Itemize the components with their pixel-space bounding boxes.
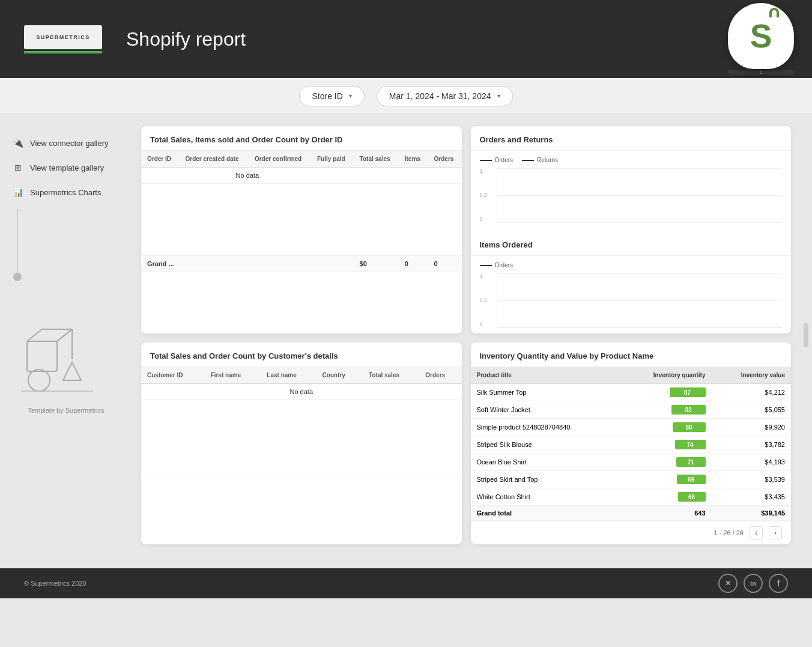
pagination: 1 - 26 / 26 ‹ › <box>471 521 792 544</box>
table2-no-data: No data <box>141 384 462 400</box>
inv-product-name: Ocean Blue Shirt <box>471 454 621 471</box>
sidebar-item-connector-gallery[interactable]: 🔌 View connector gallery <box>9 132 123 154</box>
inv-table: Product title Inventory quantity Invento… <box>471 367 792 521</box>
footer-social-icons: ✕ in f <box>718 574 788 593</box>
svg-line-5 <box>57 329 72 341</box>
right-scrollbar[interactable] <box>804 323 808 347</box>
table1-title: Total Sales, Items sold and Order Count … <box>141 126 462 151</box>
inv-card: Inventory Quantity and Value by Product … <box>471 342 792 544</box>
content-area: Total Sales, Items sold and Order Count … <box>132 120 800 550</box>
col-total-sales: Total sales <box>354 151 399 168</box>
chart2-grid <box>497 273 783 327</box>
filter-bar: Store ID ▾ Mar 1, 2024 - Mar 31, 2024 ▾ <box>0 78 812 114</box>
inv-title: Inventory Quantity and Value by Product … <box>471 342 792 367</box>
table1-grand-sales: $0 <box>354 256 399 272</box>
col2-first-name: First name <box>205 367 261 384</box>
inv-grand-label: Grand total <box>471 506 621 521</box>
next-page-btn[interactable]: › <box>769 526 782 539</box>
header: SUPERMETRICS Shopify report S ≡ <box>0 0 812 78</box>
inv-qty-cell: 87 <box>620 384 711 401</box>
sidebar-illustration <box>9 317 123 404</box>
table1-grand-orders: 0 <box>428 256 462 272</box>
inv-product-name: White Cotton Shirt <box>471 488 621 506</box>
inv-value: $3,539 <box>712 471 791 488</box>
main-content: 🔌 View connector gallery ⊞ View template… <box>0 114 812 556</box>
sidebar-decoration <box>14 209 123 281</box>
chart1-svg <box>497 168 783 222</box>
inv-bar: 87 <box>670 387 706 397</box>
logo-text: SUPERMETRICS <box>36 34 90 40</box>
inv-bar: 69 <box>677 475 706 484</box>
right-scroll-area <box>800 120 812 550</box>
chart1-area: Orders Returns 1 0.5 0 <box>471 151 792 228</box>
inv-qty-cell: 66 <box>620 488 711 506</box>
table2-card: Total Sales and Order Count by Customer'… <box>141 342 462 544</box>
chart2-legend: Orders <box>480 262 783 269</box>
footer: © Supermetrics 2020 ✕ in f <box>0 568 812 598</box>
template-icon: ⊞ <box>12 162 24 174</box>
col-order-id: Order ID <box>141 151 180 168</box>
table2-title: Total Sales and Order Count by Customer'… <box>141 342 462 367</box>
inv-product-name: Simple product 5248028704840 <box>471 419 621 436</box>
linkedin-icon[interactable]: in <box>744 574 763 593</box>
inv-bar: 80 <box>673 422 706 432</box>
inv-qty-cell: 80 <box>620 419 711 436</box>
page-title: Shopify report <box>126 28 246 50</box>
inv-value: $9,920 <box>712 419 791 436</box>
svg-marker-7 <box>63 362 81 380</box>
inv-col-qty: Inventory quantity <box>620 367 711 384</box>
store-id-arrow: ▾ <box>349 93 352 99</box>
chart1-wrapper: 1 0.5 0 <box>480 168 783 222</box>
sidebar-item-label-charts: Supermetrics Charts <box>30 188 101 197</box>
shopify-s-icon: S <box>750 17 772 55</box>
inv-col-product: Product title <box>471 367 621 384</box>
inv-table-row: Ocean Blue Shirt 71 $4,193 <box>471 454 792 471</box>
inv-qty-cell: 82 <box>620 401 711 419</box>
date-range-dropdown[interactable]: Mar 1, 2024 - Mar 31, 2024 ▾ <box>377 86 513 106</box>
twitter-icon[interactable]: ✕ <box>718 574 738 593</box>
inv-bar: 82 <box>671 405 706 415</box>
prev-page-btn[interactable]: ‹ <box>750 526 763 539</box>
chart2-area: Orders 1 0.5 0 <box>471 256 792 333</box>
date-range-label: Mar 1, 2024 - Mar 31, 2024 <box>389 91 491 101</box>
legend-returns-dash <box>522 160 534 161</box>
inv-qty-cell: 74 <box>620 436 711 454</box>
connector-icon: 🔌 <box>12 137 24 149</box>
col-orders: Orders <box>428 151 462 168</box>
inv-bar: 66 <box>678 492 706 502</box>
sidebar-dot-bottom <box>13 273 22 281</box>
store-id-dropdown[interactable]: Store ID ▾ <box>299 86 364 106</box>
facebook-icon[interactable]: f <box>769 574 788 593</box>
legend-items-dash <box>480 265 492 266</box>
inv-grand-qty: 643 <box>620 506 711 521</box>
table1-no-data: No data <box>141 168 354 184</box>
logo-area: SUPERMETRICS <box>24 25 102 53</box>
svg-point-6 <box>28 369 50 391</box>
inv-bar: 74 <box>675 440 706 449</box>
inv-bar: 71 <box>676 457 706 467</box>
legend-orders-dash <box>480 160 492 161</box>
legend-items-ordered: Orders <box>480 262 514 269</box>
inv-product-name: Soft Winter Jacket <box>471 401 621 419</box>
sidebar-item-label-template: View template gallery <box>30 163 104 172</box>
row-2: Total Sales and Order Count by Customer'… <box>141 342 791 544</box>
shopify-bag-handle <box>769 8 779 17</box>
inv-value: $3,435 <box>712 488 791 506</box>
shopify-logo-base: ≡ <box>728 70 794 75</box>
date-range-arrow: ▾ <box>497 93 500 99</box>
legend-orders-label: Orders <box>495 157 514 163</box>
inv-grand-value: $39,145 <box>712 506 791 521</box>
template-credit: Template by Supermetrics <box>9 404 123 417</box>
col2-orders: Orders <box>419 367 461 384</box>
logo-box: SUPERMETRICS <box>24 25 102 49</box>
sidebar-item-template-gallery[interactable]: ⊞ View template gallery <box>9 157 123 178</box>
inv-table-row: White Cotton Shirt 66 $3,435 <box>471 488 792 506</box>
store-id-label: Store ID <box>312 91 342 101</box>
sidebar-item-charts[interactable]: 📊 Supermetrics Charts <box>9 181 123 203</box>
inv-value: $4,212 <box>712 384 791 401</box>
chart2-wrapper: 1 0.5 0 <box>480 273 783 327</box>
chart2-y-labels: 1 0.5 0 <box>480 273 495 327</box>
chart2-svg <box>497 273 783 327</box>
table1-card: Total Sales, Items sold and Order Count … <box>141 126 462 333</box>
chart1-title: Orders and Returns <box>471 126 792 151</box>
